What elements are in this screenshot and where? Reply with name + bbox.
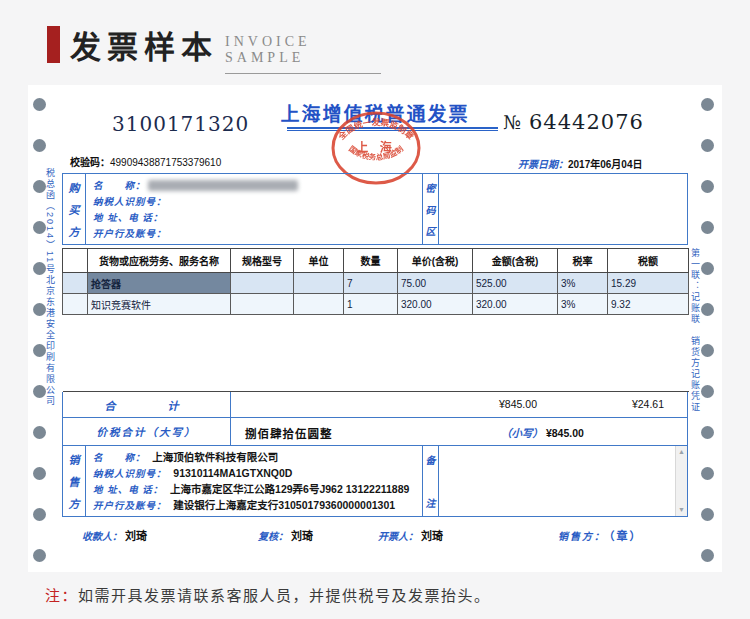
scroll-down-icon[interactable]: ▼ [676, 505, 687, 515]
invoice-code: 3100171320 [112, 112, 249, 136]
seller-bank: 建设银行上海嘉定支行31050179360000001301 [173, 499, 395, 511]
buyer-name-redacted [148, 180, 298, 191]
scroll-up-icon[interactable]: ▲ [676, 447, 687, 457]
seller-taxid-row: 纳税人识别号： 91310114MA1GTXNQ0D [93, 467, 422, 480]
perforation-dot [701, 303, 714, 316]
perforation-dot [701, 549, 714, 562]
perforation-dot [701, 98, 714, 111]
perforation-dot [701, 344, 714, 357]
seller-bank-row: 开户行及账号： 建设银行上海嘉定支行31050179360000001301 [93, 499, 422, 512]
reviewer-signature: 复核：刘琦 [258, 527, 313, 543]
perforation-dot [701, 426, 714, 439]
grand-total-label: 价税合计（大写） [63, 418, 231, 445]
seller-taxid: 91310114MA1GTXNQ0D [173, 467, 292, 479]
buyer-taxid-row: 纳税人识别号： [93, 195, 422, 208]
perforation-dot [33, 549, 46, 562]
seller-address: 上海市嘉定区华江公路129弄6号J962 13122211889 [170, 483, 409, 495]
checksum-line: 校验码：49909438871753379610 [70, 154, 221, 169]
seller-name: 上海顶伯软件科技有限公司 [152, 451, 278, 463]
issue-date-line: 开票日期：2017年06月04日 [518, 156, 643, 171]
header-accent-bar [47, 26, 60, 63]
buyer-fields: 名 称： 纳税人识别号： 地 址、电 话： 开户行及账号： [86, 174, 422, 244]
perforation-dot [701, 180, 714, 193]
issue-date-value: 2017年06月04日 [568, 159, 643, 170]
grand-total-in-words: 捌佰肆拾伍圆整 [245, 425, 333, 441]
seller-box: 销 售 方 名 称： 上海顶伯软件科技有限公司 纳税人识别号： 91310114… [62, 445, 688, 517]
total-tax: ¥24.61 [603, 398, 693, 410]
password-zone-label: 密 码 区 [422, 174, 439, 244]
seller-fields: 名 称： 上海顶伯软件科技有限公司 纳税人识别号： 91310114MA1GTX… [86, 446, 422, 516]
buyer-box: 购 买 方 名 称： 纳税人识别号： 地 址、电 话： 开户行及账号： 密 码 … [62, 173, 688, 245]
footer-note: 注：如需开具发票请联系客服人员，并提供税号及发票抬头。 [45, 584, 491, 605]
item-name: 知识竞赛软件 [88, 294, 231, 315]
total-label: 合 计 [63, 392, 231, 417]
perforation-dot [701, 508, 714, 521]
issuer-signature: 开票人：刘琦 [378, 527, 443, 543]
table-row: 知识竞赛软件 1 320.00 320.00 3% 9.32 [63, 294, 689, 315]
remark-scrollbar[interactable]: ▲ ▼ [675, 446, 687, 516]
buyer-party-label: 购 买 方 [63, 174, 86, 244]
perforation-dot [33, 139, 46, 152]
seller-seal: 销售方：（章） [558, 527, 643, 543]
items-table: 货物或应税劳务、服务名称 规格型号 单位 数量 单价(含税) 金额(含税) 税率… [62, 248, 689, 392]
items-header-row: 货物或应税劳务、服务名称 规格型号 单位 数量 单价(含税) 金额(含税) 税率… [63, 249, 689, 273]
perforation-dot [701, 385, 714, 398]
invoice-number: №64442076 [503, 110, 644, 134]
page-title: 发票样本 [70, 22, 218, 67]
payee-signature: 收款人：刘琦 [82, 527, 147, 543]
seller-address-row: 地 址、电 话： 上海市嘉定区华江公路129弄6号J962 1312221188… [93, 483, 422, 496]
table-row: 抢答器 7 75.00 525.00 3% 15.29 [63, 273, 689, 294]
seller-party-label: 销 售 方 [63, 446, 86, 516]
perforation-dot [33, 467, 46, 480]
table-empty-space [63, 315, 689, 392]
perforation-dot [701, 221, 714, 234]
print-company-vertical-text: 税总函（2014）11号北京东港安全印刷有限公司 [44, 168, 55, 468]
checksum-value: 49909438871753379610 [110, 157, 221, 168]
grand-total-numeric: （小写） ¥845.00 [501, 425, 584, 440]
page-subtitle: INVOICE SAMPLE [225, 34, 381, 74]
perforation-dot [33, 508, 46, 521]
buyer-name-row: 名 称： [93, 179, 422, 192]
remark-label: 备 注 [422, 446, 439, 516]
copy-info-vertical-text: 第一联：记账联 销货方记账凭证 [689, 248, 700, 508]
seller-name-row: 名 称： 上海顶伯软件科技有限公司 [93, 451, 422, 464]
perforation-dot [701, 139, 714, 152]
perforation-dot [33, 98, 46, 111]
buyer-bank-row: 开户行及账号： [93, 227, 422, 240]
perforation-dot [701, 467, 714, 480]
remark-area: ▲ ▼ [439, 446, 687, 516]
password-zone-area [439, 174, 687, 244]
perforation-dot [701, 262, 714, 275]
signature-row: 收款人：刘琦 复核：刘琦 开票人：刘琦 销售方：（章） [62, 527, 688, 545]
total-amount: ¥845.00 [463, 398, 573, 410]
grand-total-row: 价税合计（大写） 捌佰肆拾伍圆整 （小写） ¥845.00 [62, 418, 688, 445]
numero-symbol: № [503, 111, 521, 133]
total-row: 合 计 ¥845.00 ¥24.61 [62, 392, 688, 418]
item-name: 抢答器 [88, 273, 231, 294]
buyer-address-row: 地 址、电 话： [93, 211, 422, 224]
